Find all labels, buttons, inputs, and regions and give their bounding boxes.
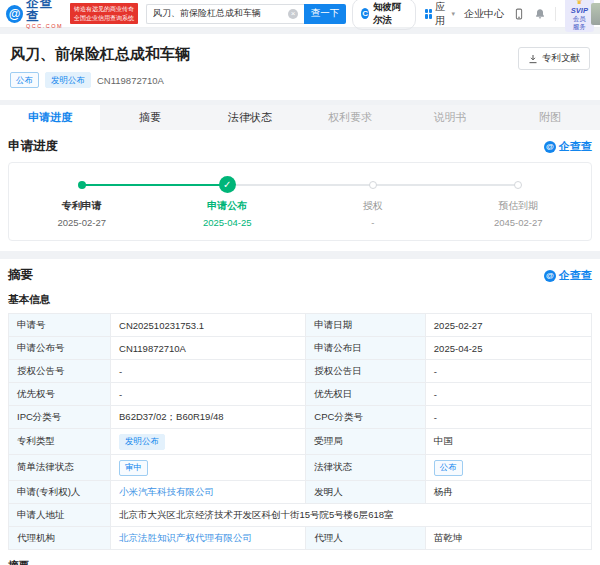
timeline-step-1: 专利申请2025-02-27 [9,176,155,228]
field-label: 代理机构 [9,527,111,550]
qcc-watermark: @ 企查查 [544,139,592,154]
clear-icon[interactable]: × [288,9,298,19]
tab-2[interactable]: 摘要 [100,105,200,130]
field-label: 申请人地址 [9,504,111,527]
step-date: 2025-02-27 [9,217,155,228]
table-row: 申请人地址北京市大兴区北京经济技术开发区科创十街15号院5号楼6层618室 [9,504,592,527]
publication-number: CN119872710A [97,75,164,86]
patent-document-button[interactable]: 专利文献 [518,47,590,70]
field-label: 发明人 [306,481,426,504]
tab-1[interactable]: 申请进度 [0,105,100,130]
field-label: 简单法律状态 [9,455,111,481]
table-row: 优先权号-优先权日- [9,383,592,406]
field-value: 中国 [425,429,591,455]
progress-section-head: 申请进度 @ 企查查 [8,138,592,155]
table-row: 代理机构北京法胜知识产权代理有限公司代理人苗乾坤 [9,527,592,550]
field-label: IPC分类号 [9,406,111,429]
page-title: 风刀、前保险杠总成和车辆 [10,45,590,64]
field-value: CN202510231753.1 [111,314,306,337]
timeline-box: 专利申请2025-02-27✓申请公布2025-04-25授权-预估到期2045… [8,162,592,241]
table-row: IPC分类号B62D37/02；B60R19/48CPC分类号- [9,406,592,429]
field-value: - [425,360,591,383]
field-label: 受理局 [306,429,426,455]
basic-info-table: 申请号CN202510231753.1申请日期2025-02-27申请公布号CN… [8,313,592,550]
slogan-line-1: 铸造有远见的商业传奇 [74,5,134,14]
field-label: 优先权号 [9,383,111,406]
apps-menu[interactable]: 应用 ▾ [425,0,455,28]
tab-4[interactable]: 权利要求 [300,105,400,130]
header-divider [555,7,556,21]
entity-link[interactable]: 北京法胜知识产权代理有限公司 [119,532,252,543]
header-right-group: C 知彼阿尔法 应用 ▾ 企业中心 ♛ SVIP 会员服务 [352,0,594,32]
status-badge: 公布 [10,72,39,88]
qcc-watermark-text-2: 企查查 [559,268,592,283]
field-value: 发明公布 [111,429,306,455]
tab-3[interactable]: 法律状态 [200,105,300,130]
step-label: 授权 [300,199,446,213]
table-row: 申请公布号CN119872710A申请公布日2025-04-25 [9,337,592,360]
abstract-label: 摘要 [8,559,592,565]
field-label: 申请号 [9,314,111,337]
apps-label: 应用 [435,0,448,28]
field-value: B62D37/02；B60R19/48 [111,406,306,429]
qcc-logo-text: 企查查 QCC.COM [26,0,64,30]
zhibi-alpha-icon: C [361,8,369,19]
timeline-step-4: 预估到期2045-02-27 [446,176,592,228]
crown-icon: ♛ [576,0,582,5]
field-label: 专利类型 [9,429,111,455]
search-input[interactable] [146,4,304,24]
field-label: 授权公告号 [9,360,111,383]
enterprise-center-link[interactable]: 企业中心 [464,7,504,21]
field-value: 公布 [425,455,591,481]
mobile-app-icon[interactable] [513,7,525,20]
basic-info-tbody: 申请号CN202510231753.1申请日期2025-02-27申请公布号CN… [9,314,592,550]
step-label: 专利申请 [9,199,155,213]
timeline-step-3: 授权- [300,176,446,228]
table-row: 简单法律状态审中法律状态公布 [9,455,592,481]
field-value: 苗乾坤 [425,527,591,550]
field-value: - [425,406,591,429]
field-value: - [425,383,591,406]
field-label: 申请公布号 [9,337,111,360]
table-row: 申请号CN202510231753.1申请日期2025-02-27 [9,314,592,337]
field-label: 法律状态 [306,455,426,481]
summary-section: 摘要 @ 企查查 基本信息 申请号CN202510231753.1申请日期202… [0,259,600,565]
tab-6[interactable]: 附图 [500,105,600,130]
qcc-logo[interactable]: @ 企查查 QCC.COM [6,0,64,30]
step-dot-icon [514,181,522,189]
tab-bar: 申请进度摘要法律状态权利要求说明书附图 [0,105,600,130]
field-value: 小米汽车科技有限公司 [111,481,306,504]
tab-5[interactable]: 说明书 [400,105,500,130]
application-progress-section: 申请进度 @ 企查查 专利申请2025-02-27✓申请公布2025-04-25… [0,130,600,251]
step-dot-icon [78,181,86,189]
chevron-down-icon: ▾ [451,10,455,18]
entity-link[interactable]: 小米汽车科技有限公司 [119,486,214,497]
qcc-watermark-icon-2: @ [544,270,556,282]
download-icon [528,54,538,64]
zhibi-alpha-link[interactable]: C 知彼阿尔法 [352,0,416,30]
qcc-watermark-text: 企查查 [559,139,592,154]
step-date: - [300,217,446,228]
patent-title-card: 风刀、前保险杠总成和车辆 公布 发明公布 CN119872710A 专利文献 [0,34,600,100]
svip-label: SVIP [571,6,588,15]
logo-title: 企查查 [26,0,64,22]
notification-bell-icon[interactable] [534,7,546,20]
patent-document-label: 专利文献 [542,52,580,65]
timeline-steps: 专利申请2025-02-27✓申请公布2025-04-25授权-预估到期2045… [9,176,591,228]
field-value: 2025-04-25 [425,337,591,360]
field-value: 审中 [111,455,306,481]
search-button[interactable]: 查一下 [304,4,346,24]
svip-member-badge[interactable]: ♛ SVIP 会员服务 [565,0,594,32]
field-label: CPC分类号 [306,406,426,429]
top-header: @ 企查查 QCC.COM 铸造有远见的商业传奇 全国企业信用查询系统 × 查一… [0,0,600,28]
field-value: - [111,383,306,406]
patent-detail-page: @ 企查查 QCC.COM 铸造有远见的商业传奇 全国企业信用查询系统 × 查一… [0,0,600,565]
field-label: 优先权日 [306,383,426,406]
slogan-badge: 铸造有远见的商业传奇 全国企业信用查询系统 [70,3,138,24]
field-value: - [111,360,306,383]
step-date: 2045-02-27 [446,217,592,228]
basic-info-title: 基本信息 [8,293,592,307]
table-row: 申请(专利权)人小米汽车科技有限公司发明人杨冉 [9,481,592,504]
timeline-step-2: ✓申请公布2025-04-25 [155,176,301,228]
edge-widget[interactable] [591,3,600,25]
